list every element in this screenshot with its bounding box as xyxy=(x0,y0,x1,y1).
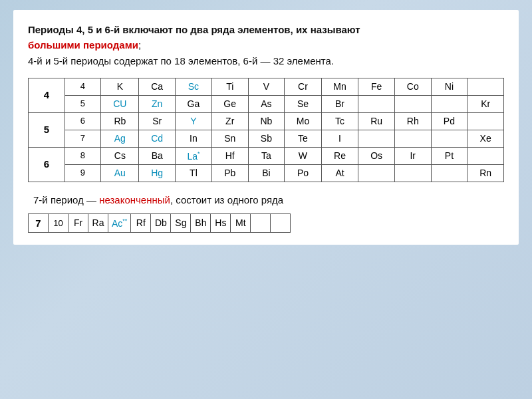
row-number: 5 xyxy=(65,95,101,112)
table-cell: Sn xyxy=(211,130,248,147)
table-cell xyxy=(394,164,431,182)
table-cell: Sr xyxy=(139,112,176,130)
table-cell: As xyxy=(248,95,285,112)
table-cell: Se xyxy=(285,95,322,112)
period7-cell: Bh xyxy=(191,213,211,232)
table-cell: Co xyxy=(394,78,431,95)
table-cell: Cd xyxy=(139,130,176,147)
table-cell: Po xyxy=(285,164,322,182)
table-cell: Hg xyxy=(139,164,176,182)
table-cell xyxy=(358,164,395,182)
table-cell xyxy=(431,164,467,182)
table-cell: Cs xyxy=(101,147,139,164)
table-cell: Fe xyxy=(358,78,395,95)
table-cell: Sc xyxy=(176,78,212,95)
table-cell: Br xyxy=(321,95,358,112)
table-cell: Rb xyxy=(101,112,139,130)
table-cell: La* xyxy=(176,147,212,164)
table-cell xyxy=(431,130,467,147)
period7-cell: Ra xyxy=(88,213,108,232)
intro-red: большими периодами xyxy=(28,39,138,51)
table-cell: V xyxy=(248,78,285,95)
table-cell: Ga xyxy=(176,95,212,112)
table-cell: Y xyxy=(176,112,212,130)
period-label: 5 xyxy=(29,112,65,147)
table-cell xyxy=(431,95,467,112)
period7-table: 710FrRaAc**RfDbSgBhHsMt xyxy=(28,213,291,233)
table-cell: Ag xyxy=(101,130,139,147)
table-cell: Bi xyxy=(248,164,285,182)
table-cell: Hf xyxy=(211,147,248,164)
table-cell xyxy=(358,130,395,147)
table-cell: In xyxy=(176,130,212,147)
period7-row-num: 10 xyxy=(49,213,68,232)
period7-cell: Fr xyxy=(68,213,88,232)
table-cell: Ba xyxy=(139,147,176,164)
main-content: Периоды 4, 5 и 6-й включают по два ряда … xyxy=(13,10,519,245)
table-cell: Pt xyxy=(431,147,467,164)
table-cell: Zr xyxy=(211,112,248,130)
table-cell xyxy=(394,95,431,112)
table-cell: Ni xyxy=(431,78,467,95)
table-cell: K xyxy=(101,78,139,95)
table-cell: Xe xyxy=(467,130,504,147)
table-cell: Ca xyxy=(139,78,176,95)
periodic-table: 44KCaScTiVCrMnFeCoNi5CUZnGaGeAsSeBrKr56R… xyxy=(28,78,504,182)
table-cell: Ti xyxy=(211,78,248,95)
table-cell: Re xyxy=(321,147,358,164)
row-number: 7 xyxy=(65,130,101,147)
table-cell: Nb xyxy=(248,112,285,130)
table-cell: Cr xyxy=(285,78,322,95)
table-cell: Mn xyxy=(321,78,358,95)
table-cell: Kr xyxy=(467,95,504,112)
period7-cell: Db xyxy=(151,213,171,232)
table-cell xyxy=(467,78,504,95)
bottom-paragraph: 7-й период — незаконченный, состоит из о… xyxy=(33,194,504,205)
intro-line2: 4-й и 5-й периоды содержат по 18 элемент… xyxy=(28,55,334,66)
table-cell: W xyxy=(285,147,322,164)
table-cell: Rn xyxy=(467,164,504,182)
row-number: 8 xyxy=(65,147,101,164)
table-cell: Tc xyxy=(321,112,358,130)
table-cell: Tl xyxy=(176,164,212,182)
table-cell: Ir xyxy=(394,147,431,164)
bottom-red: незаконченный xyxy=(99,194,170,205)
period-label: 4 xyxy=(29,78,65,112)
period7-cell: Mt xyxy=(231,213,251,232)
table-cell: Os xyxy=(358,147,395,164)
table-cell xyxy=(467,112,504,130)
intro-paragraph: Периоды 4, 5 и 6-й включают по два ряда … xyxy=(28,22,504,68)
table-cell: CU xyxy=(101,95,139,112)
bottom-prefix: 7-й период — xyxy=(33,194,99,205)
table-cell: Au xyxy=(101,164,139,182)
table-cell xyxy=(358,95,395,112)
table-cell: I xyxy=(321,130,358,147)
period7-cell: Rf xyxy=(131,213,151,232)
period7-cell xyxy=(251,213,271,232)
intro-semicolon: ; xyxy=(138,39,141,51)
table-cell: Te xyxy=(285,130,322,147)
table-cell: Ge xyxy=(211,95,248,112)
period7-cell: Hs xyxy=(211,213,231,232)
row-number: 6 xyxy=(65,112,101,130)
table-cell: At xyxy=(321,164,358,182)
table-cell xyxy=(394,130,431,147)
row-number: 9 xyxy=(65,164,101,182)
period7-label: 7 xyxy=(29,213,49,232)
period7-cell xyxy=(271,213,291,232)
table-cell: Pd xyxy=(431,112,467,130)
period7-cell: Sg xyxy=(171,213,191,232)
period7-cell: Ac** xyxy=(108,213,131,232)
table-cell: Ta xyxy=(248,147,285,164)
row-number: 4 xyxy=(65,78,101,95)
table-cell: Zn xyxy=(139,95,176,112)
table-cell: Rh xyxy=(394,112,431,130)
table-cell xyxy=(467,147,504,164)
table-cell: Mo xyxy=(285,112,322,130)
table-cell: Ru xyxy=(358,112,395,130)
table-cell: Pb xyxy=(211,164,248,182)
intro-line1: Периоды 4, 5 и 6-й включают по два ряда … xyxy=(28,24,360,35)
bottom-suffix: , состоит из одного ряда xyxy=(170,194,283,205)
table-cell: Sb xyxy=(248,130,285,147)
period-label: 6 xyxy=(29,147,65,182)
